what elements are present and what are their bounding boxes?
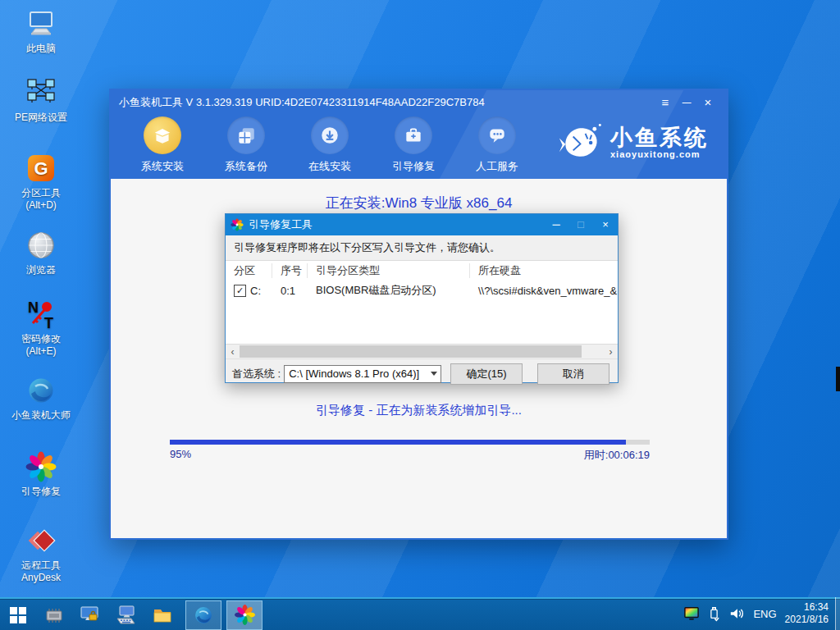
install-box-icon <box>144 116 181 154</box>
partition-name: C: <box>250 285 261 297</box>
desktop-icon-pe-network[interactable]: PE网络设置 <box>0 75 82 124</box>
partition-checkbox[interactable]: ✓ <box>234 285 246 297</box>
usb-device-icon[interactable] <box>708 605 720 622</box>
toolbar-item-system-install[interactable]: 系统安装 <box>135 116 189 174</box>
chevron-down-icon <box>427 372 441 376</box>
dialog-minimize-icon[interactable]: ─ <box>544 214 568 235</box>
brand-name: 小鱼系统 <box>610 126 709 149</box>
close-icon[interactable]: × <box>697 92 719 113</box>
svg-text:T: T <box>44 315 53 331</box>
boot-status-text: 引导修复 - 正在为新装系统增加引导... <box>111 403 727 418</box>
desktop-icon-label: 分区工具 <box>0 187 82 199</box>
dialog-close-icon[interactable]: × <box>593 214 618 235</box>
computer-icon <box>24 7 58 41</box>
menu-icon[interactable]: ≡ <box>655 92 676 113</box>
partition-table: 分区 序号 引导分区类型 所在硬盘 ✓ C: 0:1 BIOS(MBR磁盘启动分… <box>226 260 618 345</box>
fish-logo-icon <box>558 120 604 166</box>
desktop-icon-label: 小鱼装机大师 <box>0 409 82 422</box>
preferred-system-label: 首选系统 : <box>232 367 281 381</box>
browser-globe-icon <box>24 228 58 262</box>
show-desktop-button[interactable] <box>835 597 840 630</box>
install-status-text: 正在安装:Win8 专业版 x86_64 <box>111 194 727 212</box>
cancel-button[interactable]: 取消 <box>537 363 609 385</box>
dialog-titlebar: 引导修复工具 ─ □ × <box>226 214 618 235</box>
progress-fill <box>170 440 626 445</box>
partition-index: 0:1 <box>272 285 308 297</box>
start-button[interactable] <box>0 600 36 630</box>
window-title: 小鱼装机工具 V 3.1.329.319 URID:4D2E0742331191… <box>119 95 655 110</box>
memory-chip-icon <box>43 604 66 627</box>
col-type: 引导分区类型 <box>308 263 470 278</box>
speaker-icon[interactable] <box>728 606 745 621</box>
display-settings-icon[interactable] <box>683 606 700 621</box>
desktop-icon-this-pc[interactable]: 此电脑 <box>0 7 82 55</box>
system-tray: ENG 16:34 2021/8/16 <box>683 601 835 626</box>
scroll-right-icon[interactable]: › <box>604 346 618 358</box>
toolbar-item-system-backup[interactable]: 系统备份 <box>219 116 273 174</box>
toolbar-item-online-install[interactable]: 在线安装 <box>303 116 357 174</box>
scroll-left-icon[interactable]: ‹ <box>226 346 240 358</box>
desktop-icon-password[interactable]: NT 密码修改 (Alt+E) <box>0 297 82 358</box>
table-row[interactable]: ✓ C: 0:1 BIOS(MBR磁盘启动分区) \\?\scsi#disk&v… <box>226 281 618 300</box>
minimize-icon[interactable]: ─ <box>676 92 697 113</box>
monitor-lock-icon <box>79 604 102 627</box>
col-disk: 所在硬盘 <box>470 263 618 278</box>
svg-text:G: G <box>34 158 48 179</box>
desktop-icon-label: 远程工具 <box>0 559 82 572</box>
toolbox-icon <box>395 116 432 154</box>
clock-date: 2021/8/16 <box>785 614 829 626</box>
pinwheel-icon <box>234 604 256 626</box>
desktop-icon-boot-repair[interactable]: 引导修复 <box>0 450 82 498</box>
desktop-icon-label: 此电脑 <box>0 43 82 55</box>
clock-time: 16:34 <box>785 601 829 614</box>
brand-logo: 小鱼系统 xiaoyuxitong.com <box>558 120 709 166</box>
nt-password-key-icon: NT <box>24 297 58 331</box>
desktop-icon-anydesk[interactable]: 远程工具 AnyDesk <box>0 523 82 584</box>
backup-icon <box>227 116 265 154</box>
boot-repair-dialog: 引导修复工具 ─ □ × 引导修复程序即将在以下分区写入引导文件，请您确认。 分… <box>225 213 619 383</box>
taskbar-item-pc-lock-tool[interactable] <box>72 600 108 630</box>
pinwheel-icon <box>24 450 58 484</box>
installer-window: 小鱼装机工具 V 3.1.329.319 URID:4D2E0742331191… <box>109 89 728 540</box>
desktop-icon-partition-tool[interactable]: G 分区工具 (Alt+D) <box>0 151 82 212</box>
progress-bar <box>170 440 650 445</box>
clock[interactable]: 16:34 2021/8/16 <box>785 601 829 626</box>
toolbar-item-human-service[interactable]: 人工服务 <box>470 116 524 174</box>
desktop-icon-xiaoyu-master[interactable]: 小鱼装机大师 <box>0 373 82 422</box>
desktop-icon-label: 引导修复 <box>0 486 82 498</box>
desktop-icon-label2: (Alt+D) <box>0 199 82 212</box>
dialog-footer: 首选系统 : C:\ [Windows 8.1 Pro (x64)] 确定(15… <box>226 358 618 388</box>
partition-type: BIOS(MBR磁盘启动分区) <box>308 283 470 298</box>
taskbar-item-keyboard-tool[interactable] <box>108 600 144 630</box>
progress-percent: 95% <box>170 448 191 463</box>
taskbar-item-boot-repair[interactable] <box>226 600 262 630</box>
windows-logo-icon <box>10 607 26 623</box>
ok-button[interactable]: 确定(15) <box>450 363 523 385</box>
col-index: 序号 <box>272 263 308 278</box>
preferred-system-select[interactable]: C:\ [Windows 8.1 Pro (x64)] <box>284 365 441 383</box>
taskbar-item-memory-tool[interactable] <box>36 600 72 630</box>
dialog-maximize-icon[interactable]: □ <box>568 214 593 235</box>
col-partition: 分区 <box>226 263 272 278</box>
desktop-icon-label: 浏览器 <box>0 264 82 276</box>
screen-edge-artifact <box>836 367 840 391</box>
taskbar-item-file-explorer[interactable] <box>144 600 180 630</box>
desktop-icon-browser[interactable]: 浏览器 <box>0 228 82 276</box>
anydesk-diamond-icon <box>24 523 58 558</box>
scrollbar-thumb[interactable] <box>240 345 582 358</box>
language-indicator[interactable]: ENG <box>753 608 776 620</box>
taskbar-item-browser[interactable] <box>185 600 221 630</box>
toolbar-item-boot-repair[interactable]: 引导修复 <box>386 116 441 174</box>
diskgenius-icon: G <box>24 151 58 185</box>
desktop-icon-label2: AnyDesk <box>0 572 82 584</box>
partition-disk: \\?\scsi#disk&ven_vmware_& <box>470 285 618 297</box>
horizontal-scrollbar[interactable]: ‹ › <box>226 345 618 358</box>
table-header-row: 分区 序号 引导分区类型 所在硬盘 <box>226 261 618 281</box>
edge-swirl-icon <box>193 605 214 626</box>
desktop-icon-label: 密码修改 <box>0 333 82 345</box>
folder-icon <box>151 604 174 627</box>
taskbar: ENG 16:34 2021/8/16 <box>0 597 840 630</box>
desktop-icon-label: PE网络设置 <box>0 112 82 124</box>
dialog-title: 引导修复工具 <box>249 217 544 232</box>
window-header: 小鱼装机工具 V 3.1.329.319 URID:4D2E0742331191… <box>111 90 727 179</box>
